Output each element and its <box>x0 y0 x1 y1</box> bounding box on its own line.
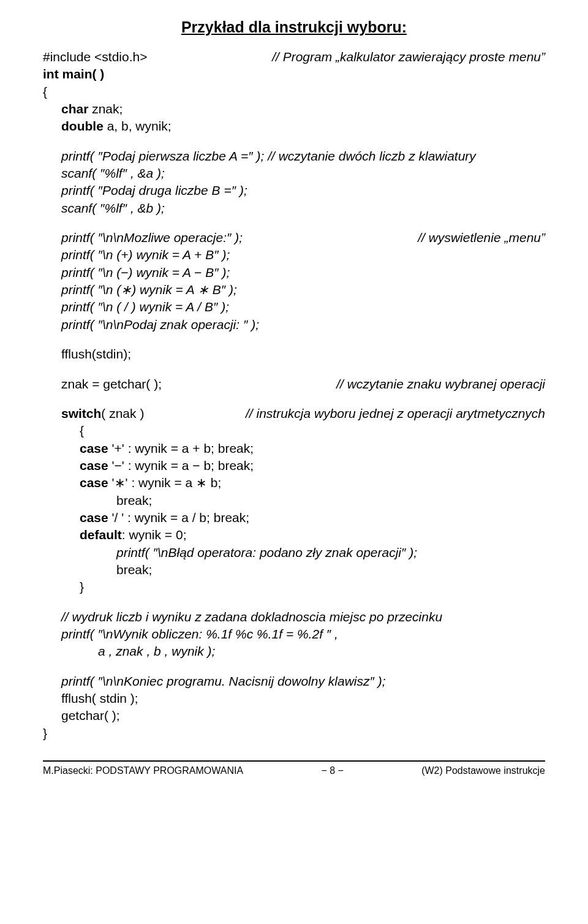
code-line: znak = getchar( ); // wczytanie znaku wy… <box>43 376 545 393</box>
code-line: { <box>43 83 545 100</box>
footer-left: M.Piasecki: PODSTAWY PROGRAMOWANIA <box>43 765 243 776</box>
code-line: { <box>43 422 545 439</box>
code-line: fflush(stdin); <box>43 346 545 363</box>
code-line: a , znak , b , wynik ); <box>43 643 545 660</box>
code-line: printf( ″Podaj druga liczbe B =″ ); <box>43 182 545 199</box>
code-line: printf( ″\n\nKoniec programu. Nacisnij d… <box>43 673 545 690</box>
code-line: getchar( ); <box>43 707 545 724</box>
code-text: #include <stdio.h> <box>43 48 147 66</box>
code-comment: // wydruk liczb i wyniku z zadana doklad… <box>43 608 545 626</box>
code-line: printf( ″\n\nMozliwe operacje:″ ); // wy… <box>43 229 545 246</box>
code-line: printf( ″\nBłąd operatora: podano zły zn… <box>43 544 545 561</box>
code-line: printf( ″\n (−) wynik = A − B″ ); <box>43 264 545 281</box>
code-line: case '∗' : wynik = a ∗ b; <box>43 474 545 491</box>
code-line: printf( ″\n ( / ) wynik = A / B″ ); <box>43 298 545 316</box>
code-line: } <box>43 578 545 596</box>
code-line: case '/ ' : wynik = a / b; break; <box>43 509 545 526</box>
code-line: printf( ″Podaj pierwsza liczbe A =″ ); /… <box>43 148 545 165</box>
code-line: case '+' : wynik = a + b; break; <box>43 440 545 457</box>
page-footer: M.Piasecki: PODSTAWY PROGRAMOWANIA − 8 −… <box>43 762 545 807</box>
code-line: printf( ″\n (∗) wynik = A ∗ B″ ); <box>43 281 545 298</box>
code-line: default: wynik = 0; <box>43 526 545 543</box>
code-line: scanf( ″%lf″ , &b ); <box>43 200 545 217</box>
code-line: printf( ″\n (+) wynik = A + B″ ); <box>43 246 545 263</box>
code-line: switch( znak ) // instrukcja wyboru jedn… <box>43 405 545 422</box>
code-line: case '−' : wynik = a − b; break; <box>43 457 545 474</box>
code-line: printf( ″\n\nPodaj znak operacji: ″ ); <box>43 316 545 333</box>
code-line: break; <box>43 561 545 578</box>
page: Przykład dla instrukcji wyboru: #include… <box>0 0 588 924</box>
code-line: scanf( ″%lf″ , &a ); <box>43 165 545 182</box>
code-block: #include <stdio.h> // Program „kalkulato… <box>43 48 545 742</box>
page-title: Przykład dla instrukcji wyboru: <box>43 18 545 36</box>
code-comment: // Program „kalkulator zawierający prost… <box>272 48 545 66</box>
footer-right: (W2) Podstawowe instrukcje <box>421 765 545 776</box>
code-line: printf( ″\nWynik obliczen: %.1f %c %.1f … <box>43 626 545 643</box>
code-line: fflush( stdin ); <box>43 690 545 707</box>
code-line: int main( ) <box>43 66 545 83</box>
code-line: #include <stdio.h> // Program „kalkulato… <box>43 48 545 66</box>
footer-mid: − 8 − <box>321 765 343 776</box>
code-line: break; <box>43 492 545 509</box>
code-line: } <box>43 725 545 742</box>
code-line: char znak; <box>43 100 545 118</box>
code-line: double a, b, wynik; <box>43 118 545 135</box>
